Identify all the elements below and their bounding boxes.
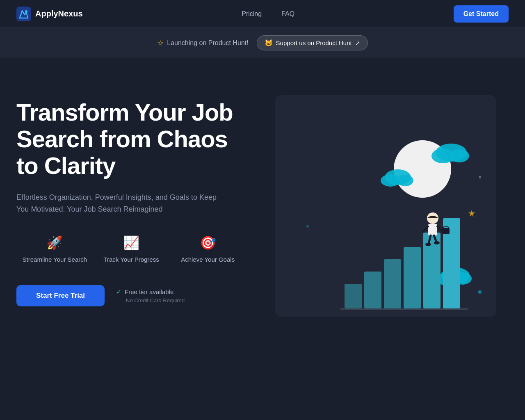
svg-point-32 xyxy=(478,290,482,294)
svg-point-9 xyxy=(397,175,413,186)
hero-subtitle: Effortless Organization, Powerful Insigh… xyxy=(16,192,221,215)
achieve-label: Achieve Your Goals xyxy=(181,255,235,264)
hero-section: Transform Your Job Search from Chaos to … xyxy=(0,58,525,370)
logo-icon xyxy=(16,7,31,21)
product-hunt-badge[interactable]: 🐱 Support us on Product Hunt ↗ xyxy=(257,35,368,50)
nav-faq[interactable]: FAQ xyxy=(281,10,294,18)
announcement-label: Launching on Product Hunt! xyxy=(167,39,248,47)
announcement-bar: ☆ Launching on Product Hunt! 🐱 Support u… xyxy=(0,28,525,58)
svg-rect-18 xyxy=(404,247,421,308)
nav-links: Pricing FAQ xyxy=(242,10,294,18)
feature-streamline: 🚀 Streamline Your Search xyxy=(16,236,93,264)
cta-row: Start Free Trial ✓ Free tier available N… xyxy=(16,285,246,306)
svg-point-31 xyxy=(434,241,440,244)
logo-text: ApplyNexus xyxy=(35,9,83,18)
badge-arrow: ↗ xyxy=(355,40,360,46)
badge-text: Support us on Product Hunt xyxy=(276,39,352,46)
feature-track: 📈 Track Your Progress xyxy=(93,236,170,264)
track-label: Track Your Progress xyxy=(103,255,159,264)
svg-point-30 xyxy=(425,243,431,246)
svg-point-6 xyxy=(450,149,469,162)
feature-achieve: 🎯 Achieve Your Goals xyxy=(169,236,246,264)
start-trial-button[interactable]: Start Free Trial xyxy=(16,285,105,306)
free-tier-sub: No Credit Card Required xyxy=(126,297,185,304)
streamline-label: Streamline Your Search xyxy=(23,255,87,264)
free-tier-main: ✓ Free tier available xyxy=(116,288,185,296)
product-hunt-icon: 🐱 xyxy=(265,39,273,47)
svg-rect-21 xyxy=(340,308,468,310)
svg-point-33 xyxy=(306,225,309,228)
announcement-text: ☆ Launching on Product Hunt! xyxy=(157,39,248,48)
target-icon: 🎯 xyxy=(200,236,216,249)
hero-left: Transform Your Job Search from Chaos to … xyxy=(16,91,246,306)
rocket-icon: 🚀 xyxy=(46,236,63,249)
check-icon: ✓ xyxy=(116,288,121,296)
hero-right xyxy=(262,91,509,317)
svg-rect-23 xyxy=(428,224,437,235)
svg-point-34 xyxy=(479,176,481,178)
hero-title: Transform Your Job Search from Chaos to … xyxy=(16,99,246,179)
chart-icon: 📈 xyxy=(123,236,139,249)
nav-pricing[interactable]: Pricing xyxy=(242,10,262,18)
get-started-button[interactable]: Get Started xyxy=(454,5,509,23)
star-icon: ☆ xyxy=(157,39,164,48)
hero-illustration xyxy=(275,95,496,317)
svg-rect-16 xyxy=(364,272,381,308)
svg-rect-17 xyxy=(384,259,401,308)
free-tier-label: Free tier available xyxy=(125,288,173,295)
navbar: ApplyNexus Pricing FAQ Get Started xyxy=(0,0,525,28)
feature-icons: 🚀 Streamline Your Search 📈 Track Your Pr… xyxy=(16,236,246,264)
logo[interactable]: ApplyNexus xyxy=(16,7,83,21)
illustration-svg xyxy=(275,95,496,317)
svg-rect-15 xyxy=(345,284,362,308)
svg-point-1 xyxy=(25,10,27,13)
free-tier-info: ✓ Free tier available No Credit Card Req… xyxy=(116,288,185,304)
